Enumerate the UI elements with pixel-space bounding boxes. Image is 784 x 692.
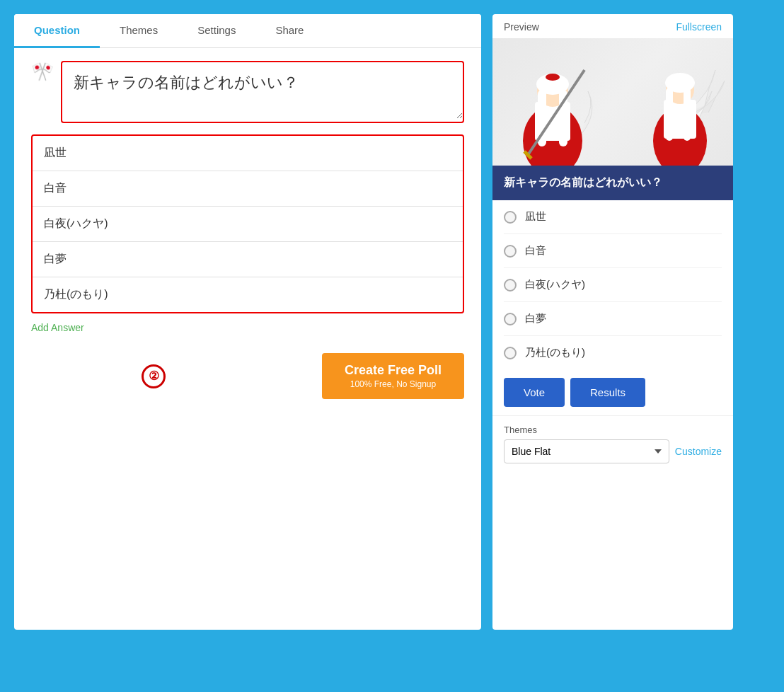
question-input[interactable]: 新キャラの名前はどれがいい？ [62, 62, 463, 119]
preview-label: Preview [504, 21, 539, 33]
preview-image [492, 38, 733, 166]
radio-circle-4 [504, 313, 517, 325]
preview-option-label-1: 凪世 [525, 210, 546, 224]
flag-icon: 🎌 [31, 61, 54, 83]
preview-header: Preview Fullscreen [492, 14, 733, 38]
svg-rect-12 [666, 88, 673, 141]
svg-rect-13 [684, 88, 691, 141]
create-button-sub-label: 100% Free, No Signup [345, 379, 442, 389]
character-left-svg [507, 42, 599, 166]
tab-share[interactable]: Share [255, 14, 323, 48]
preview-option-label-2: 白音 [525, 244, 546, 258]
question-box: 新キャラの名前はどれがいい？ [61, 61, 464, 123]
preview-options: 凪世 白音 白夜(ハクヤ) 白夢 乃杜(のもり) [492, 200, 733, 369]
svg-point-14 [665, 73, 695, 93]
tab-themes[interactable]: Themes [100, 14, 178, 48]
create-poll-button[interactable]: Create Free Poll 100% Free, No Signup [322, 353, 464, 399]
answer-item[interactable]: 白夜(ハクヤ) [33, 207, 463, 242]
tab-bar: Question Themes Settings Share [14, 14, 481, 48]
themes-select[interactable]: Blue Flat Classic Modern Dark Light [504, 439, 669, 463]
vote-button[interactable]: Vote [504, 378, 565, 407]
customize-link[interactable]: Customize [675, 446, 722, 457]
preview-option-label-4: 白夢 [525, 312, 546, 325]
bottom-area: ② Create Free Poll 100% Free, No Signup [14, 342, 481, 410]
svg-point-6 [546, 74, 560, 81]
preview-option-label-3: 白夜(ハクヤ) [525, 278, 585, 292]
preview-option-2[interactable]: 白音 [504, 234, 722, 268]
answer-item[interactable]: 乃杜(のもり) [33, 277, 463, 312]
tab-question[interactable]: Question [14, 14, 100, 48]
themes-label: Themes [504, 425, 722, 435]
create-button-main-label: Create Free Poll [345, 363, 442, 378]
add-answer-link[interactable]: Add Answer [31, 322, 84, 333]
preview-option-3[interactable]: 白夜(ハクヤ) [504, 268, 722, 302]
themes-section: Themes Blue Flat Classic Modern Dark Lig… [492, 415, 733, 463]
themes-row: Blue Flat Classic Modern Dark Light Cust… [504, 439, 722, 463]
tab-settings[interactable]: Settings [178, 14, 255, 48]
question-area: 🎌 新キャラの名前はどれがいい？ [14, 48, 481, 134]
right-panel: Preview Fullscreen [492, 14, 733, 630]
answer-item[interactable]: 白夢 [33, 242, 463, 277]
preview-option-label-5: 乃杜(のもり) [525, 346, 585, 359]
radio-circle-2 [504, 245, 517, 258]
preview-question-text: 新キャラの名前はどれがいい？ [492, 166, 733, 200]
preview-option-4[interactable]: 白夢 [504, 302, 722, 336]
answers-box: 凪世 白音 白夜(ハクヤ) 白夢 乃杜(のもり) [31, 134, 464, 313]
radio-circle-3 [504, 279, 517, 292]
answer-item[interactable]: 白音 [33, 171, 463, 207]
preview-option-1[interactable]: 凪世 [504, 200, 722, 234]
radio-circle-1 [504, 211, 517, 224]
character-right-svg [648, 42, 726, 166]
preview-option-5[interactable]: 乃杜(のもり) [504, 336, 722, 369]
radio-circle-5 [504, 347, 517, 359]
answer-item[interactable]: 凪世 [33, 136, 463, 171]
results-button[interactable]: Results [570, 378, 645, 407]
preview-buttons: Vote Results [492, 369, 733, 415]
fullscreen-link[interactable]: Fullscreen [676, 21, 722, 33]
left-panel: Question Themes Settings Share ① 🎌 新キャラの… [14, 14, 481, 630]
step-badge-2: ② [142, 364, 166, 388]
